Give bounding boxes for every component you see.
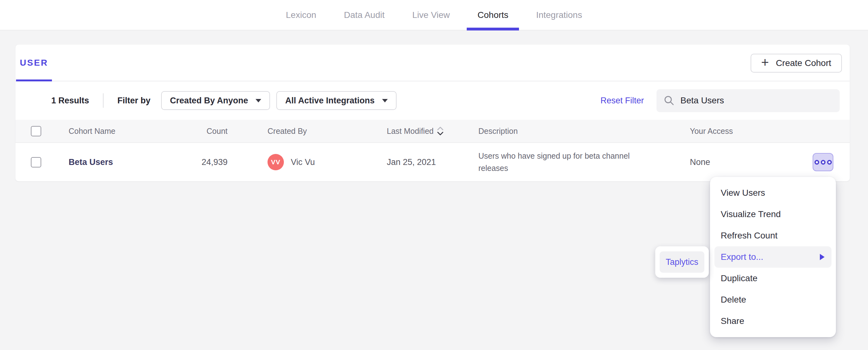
search-input[interactable]: [680, 96, 833, 106]
integrations-dropdown[interactable]: All Active Integrations: [276, 91, 397, 110]
row-checkbox-cell: [16, 157, 69, 168]
tab-cohorts[interactable]: Cohorts: [477, 0, 508, 30]
export-to-label: Export to...: [721, 252, 763, 262]
divider: [103, 93, 103, 108]
cohort-description: Users who have signed up for beta channe…: [478, 150, 655, 174]
results-count: 1 Results: [51, 96, 89, 106]
integrations-dropdown-label: All Active Integrations: [285, 96, 374, 106]
last-modified-value: Jan 25, 2021: [387, 158, 478, 167]
header-your-access: Your Access: [690, 127, 806, 136]
last-modified-label: Last Modified: [387, 127, 434, 136]
menu-item-delete[interactable]: Delete: [710, 289, 836, 310]
menu-item-duplicate[interactable]: Duplicate: [710, 268, 836, 289]
created-by-dropdown[interactable]: Created By Anyone: [161, 91, 270, 110]
tab-lexicon[interactable]: Lexicon: [286, 0, 316, 30]
menu-item-visualize-trend[interactable]: Visualize Trend: [710, 204, 836, 225]
row-actions-button[interactable]: [813, 153, 833, 171]
filter-by-label: Filter by: [117, 96, 150, 106]
tab-data-audit[interactable]: Data Audit: [344, 0, 384, 30]
cohorts-screen: Lexicon Data Audit Live View Cohorts Int…: [0, 0, 868, 350]
tab-user[interactable]: USER: [16, 45, 52, 81]
header-checkbox-cell: [16, 126, 69, 136]
cohort-context-menu: View Users Visualize Trend Refresh Count…: [710, 177, 836, 337]
create-cohort-label: Create Cohort: [776, 58, 831, 68]
row-checkbox[interactable]: [31, 157, 41, 168]
menu-item-export-to[interactable]: Export to...: [714, 246, 832, 268]
access-value: None: [690, 158, 806, 167]
submenu-arrow-icon: [820, 254, 825, 260]
menu-item-view-users[interactable]: View Users: [710, 182, 836, 204]
menu-item-share[interactable]: Share: [710, 310, 836, 332]
reset-filter-link[interactable]: Reset Filter: [600, 96, 644, 106]
tab-live-view[interactable]: Live View: [412, 0, 450, 30]
avatar: VV: [268, 154, 284, 170]
card-header: USER + Create Cohort: [16, 45, 850, 81]
top-nav: Lexicon Data Audit Live View Cohorts Int…: [0, 0, 868, 31]
header-last-modified[interactable]: Last Modified: [387, 126, 478, 136]
filter-bar: 1 Results Filter by Created By Anyone Al…: [16, 81, 850, 120]
search-icon: [663, 95, 675, 106]
tab-integrations[interactable]: Integrations: [536, 0, 582, 30]
cohort-name-link[interactable]: Beta Users: [69, 158, 113, 167]
caret-down-icon: [382, 99, 388, 102]
submenu-item-taplytics[interactable]: Taplytics: [660, 251, 704, 273]
header-cohort-name: Cohort Name: [69, 127, 186, 136]
table-row: Beta Users 24,939 VV Vic Vu Jan 25, 2021…: [16, 143, 850, 181]
ellipsis-icon: [814, 160, 832, 165]
cohorts-card: USER + Create Cohort 1 Results Filter by…: [16, 45, 850, 181]
header-created-by: Created By: [227, 127, 387, 136]
search-box: [656, 89, 840, 112]
caret-down-icon: [255, 99, 261, 102]
creator-name: Vic Vu: [291, 158, 315, 167]
header-description: Description: [478, 127, 690, 136]
cohort-count: 24,939: [186, 158, 227, 167]
header-count: Count: [186, 127, 227, 136]
created-by-cell: VV Vic Vu: [227, 154, 387, 170]
sort-icon[interactable]: [437, 126, 444, 136]
create-cohort-button[interactable]: + Create Cohort: [751, 54, 842, 73]
plus-icon: +: [761, 56, 769, 69]
table-header-row: Cohort Name Count Created By Last Modifi…: [16, 120, 850, 143]
menu-item-refresh-count[interactable]: Refresh Count: [710, 225, 836, 246]
created-by-dropdown-label: Created By Anyone: [170, 96, 248, 106]
export-submenu: Taplytics: [655, 246, 709, 278]
select-all-checkbox[interactable]: [31, 126, 41, 136]
